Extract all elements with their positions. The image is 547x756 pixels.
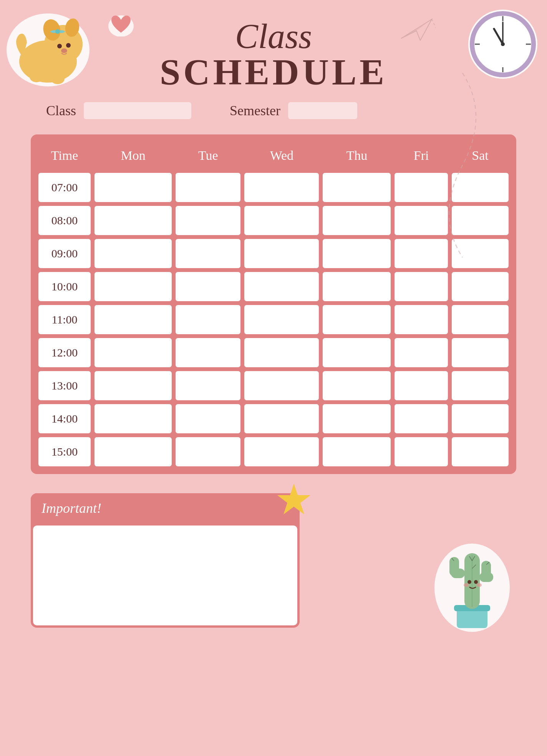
schedule-cell[interactable] [322, 337, 391, 368]
time-cell: 13:00 [38, 370, 91, 401]
time-cell: 09:00 [38, 238, 91, 269]
schedule-cell[interactable] [175, 337, 241, 368]
time-cell: 08:00 [38, 205, 91, 236]
schedule-cell[interactable] [322, 370, 391, 401]
schedule-cell[interactable] [322, 172, 391, 203]
svg-rect-31 [481, 561, 491, 582]
schedule-cell[interactable] [451, 337, 509, 368]
schedule-cell[interactable] [94, 205, 172, 236]
table-row: 07:00 [38, 172, 509, 203]
schedule-cell[interactable] [451, 271, 509, 302]
schedule-container: Time Mon Tue Wed Thu Fri Sat 07:0008:000… [31, 134, 516, 474]
header: Class SCHEDULE [31, 19, 516, 91]
schedule-cell[interactable] [451, 403, 509, 434]
schedule-cell[interactable] [322, 304, 391, 335]
schedule-cell[interactable] [322, 436, 391, 467]
schedule-cell[interactable] [244, 172, 320, 203]
schedule-cell[interactable] [322, 238, 391, 269]
header-time: Time [38, 141, 91, 170]
table-row: 15:00 [38, 436, 509, 467]
schedule-cell[interactable] [175, 205, 241, 236]
table-row: 13:00 [38, 370, 509, 401]
semester-group: Semester [230, 102, 357, 119]
schedule-cell[interactable] [394, 304, 448, 335]
schedule-cell[interactable] [451, 205, 509, 236]
header-mon: Mon [94, 141, 172, 170]
schedule-cell[interactable] [175, 304, 241, 335]
title-class: Class [31, 19, 516, 54]
schedule-cell[interactable] [394, 370, 448, 401]
schedule-cell[interactable] [175, 370, 241, 401]
star-decoration [277, 482, 311, 518]
schedule-cell[interactable] [394, 271, 448, 302]
schedule-cell[interactable] [94, 370, 172, 401]
schedule-cell[interactable] [244, 205, 320, 236]
time-cell: 07:00 [38, 172, 91, 203]
header-tue: Tue [175, 141, 241, 170]
schedule-cell[interactable] [394, 172, 448, 203]
class-label: Class [46, 103, 76, 119]
title-schedule: SCHEDULE [31, 54, 516, 91]
schedule-cell[interactable] [394, 205, 448, 236]
schedule-cell[interactable] [175, 271, 241, 302]
schedule-cell[interactable] [94, 436, 172, 467]
schedule-cell[interactable] [451, 172, 509, 203]
schedule-cell[interactable] [94, 172, 172, 203]
schedule-cell[interactable] [244, 271, 320, 302]
schedule-cell[interactable] [94, 304, 172, 335]
bottom-section: Important! [31, 493, 516, 628]
svg-point-35 [464, 583, 469, 587]
header-wed: Wed [244, 141, 320, 170]
svg-marker-23 [277, 484, 310, 514]
schedule-table: Time Mon Tue Wed Thu Fri Sat 07:0008:000… [35, 139, 512, 469]
table-row: 10:00 [38, 271, 509, 302]
svg-point-34 [474, 580, 478, 584]
table-row: 14:00 [38, 403, 509, 434]
schedule-cell[interactable] [322, 271, 391, 302]
semester-input-display [288, 102, 357, 119]
schedule-cell[interactable] [175, 403, 241, 434]
table-row: 12:00 [38, 337, 509, 368]
header-sat: Sat [451, 141, 509, 170]
time-cell: 11:00 [38, 304, 91, 335]
header-thu: Thu [322, 141, 391, 170]
schedule-cell[interactable] [244, 370, 320, 401]
schedule-cell[interactable] [394, 436, 448, 467]
schedule-cell[interactable] [244, 403, 320, 434]
svg-rect-29 [449, 557, 459, 576]
schedule-cell[interactable] [94, 271, 172, 302]
schedule-cell[interactable] [244, 436, 320, 467]
time-cell: 12:00 [38, 337, 91, 368]
page: Class SCHEDULE Class Semester Time Mon T… [0, 0, 547, 756]
schedule-cell[interactable] [451, 304, 509, 335]
time-cell: 10:00 [38, 271, 91, 302]
svg-point-33 [467, 580, 471, 584]
important-body[interactable] [33, 526, 297, 625]
important-header: Important! [31, 493, 300, 523]
important-container: Important! [31, 493, 300, 628]
header-fri: Fri [394, 141, 448, 170]
schedule-cell[interactable] [175, 172, 241, 203]
schedule-cell[interactable] [451, 370, 509, 401]
schedule-cell[interactable] [94, 337, 172, 368]
schedule-cell[interactable] [322, 403, 391, 434]
schedule-cell[interactable] [244, 337, 320, 368]
schedule-cell[interactable] [94, 403, 172, 434]
schedule-cell[interactable] [451, 238, 509, 269]
time-cell: 15:00 [38, 436, 91, 467]
schedule-cell[interactable] [322, 205, 391, 236]
schedule-cell[interactable] [244, 304, 320, 335]
svg-point-36 [476, 583, 482, 587]
table-row: 09:00 [38, 238, 509, 269]
schedule-cell[interactable] [394, 337, 448, 368]
schedule-cell[interactable] [394, 403, 448, 434]
schedule-cell[interactable] [394, 238, 448, 269]
schedule-cell[interactable] [175, 436, 241, 467]
schedule-cell[interactable] [451, 436, 509, 467]
time-cell: 14:00 [38, 403, 91, 434]
schedule-cell[interactable] [94, 238, 172, 269]
schedule-cell[interactable] [244, 238, 320, 269]
schedule-cell[interactable] [175, 238, 241, 269]
table-row: 11:00 [38, 304, 509, 335]
class-input-display [84, 102, 191, 119]
